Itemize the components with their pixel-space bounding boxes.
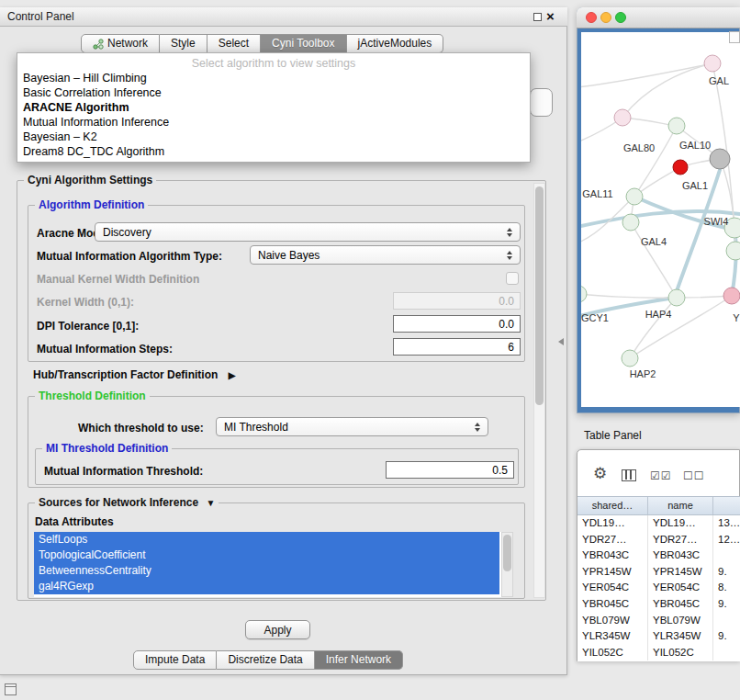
settings-scrollbar[interactable] [533, 183, 545, 598]
tab-network[interactable]: Network [81, 34, 160, 53]
table-row[interactable]: YER054C YER054C 8. [577, 580, 740, 596]
table-row[interactable]: YIL052C YIL052C [577, 645, 740, 661]
node-label[interactable]: GAL80 [623, 142, 655, 153]
node-label[interactable]: HAP2 [630, 368, 656, 379]
attributes-scrollbar[interactable] [501, 532, 513, 597]
cell-shared-name: YER054C [577, 580, 648, 596]
mi-threshold-label: Mutual Information Threshold: [44, 465, 203, 478]
attribute-item-selected[interactable]: BetweennessCentrality [34, 563, 499, 579]
node-label[interactable]: GAL4 [641, 236, 667, 247]
splitter-collapse-icon[interactable] [555, 338, 564, 345]
tab-cyni-toolbox[interactable]: Cyni Toolbox [261, 34, 346, 53]
column-header-partial[interactable] [713, 497, 740, 514]
network-node[interactable] [723, 288, 740, 304]
network-node[interactable] [668, 289, 685, 306]
tab-style[interactable]: Style [160, 34, 207, 53]
tab-select[interactable]: Select [207, 34, 261, 53]
node-label[interactable]: Y [733, 312, 740, 323]
tab-impute-data-label: Impute Data [145, 651, 205, 669]
tab-impute-data[interactable]: Impute Data [133, 650, 217, 670]
threshold-definition-title: Threshold Definition [35, 390, 150, 402]
tab-infer-network[interactable]: Infer Network [315, 650, 403, 670]
mi-threshold-field[interactable]: 0.5 [386, 461, 514, 479]
select-all-icon[interactable]: ☑☑ [650, 469, 672, 483]
node-label[interactable]: GAL [709, 75, 729, 86]
column-header-name[interactable]: name [648, 497, 713, 514]
help-button-fragment[interactable] [530, 88, 553, 117]
which-threshold-select[interactable]: MI Threshold [216, 417, 488, 436]
network-node[interactable] [622, 214, 639, 231]
manual-kernel-checkbox[interactable] [506, 272, 519, 285]
network-node[interactable] [626, 188, 643, 205]
network-node-selected[interactable] [673, 160, 688, 175]
close-icon[interactable]: × [546, 8, 555, 24]
canvas-scrollbar-button[interactable] [729, 31, 740, 43]
network-node[interactable] [622, 350, 638, 367]
scrollbar-thumb[interactable] [535, 186, 544, 405]
tab-cyni-toolbox-label: Cyni Toolbox [272, 35, 334, 52]
dropdown-item-selected[interactable]: ARACNE Algorithm [17, 100, 530, 115]
node-label[interactable]: GAL11 [582, 188, 612, 199]
columns-icon[interactable] [622, 469, 636, 481]
apply-button[interactable]: Apply [245, 620, 310, 639]
deselect-all-icon[interactable]: ☐☐ [683, 469, 705, 483]
dropdown-item[interactable]: Basic Correlation Inference [17, 85, 530, 100]
tab-jactivemodules[interactable]: jActiveModules [347, 34, 444, 53]
attribute-item-selected[interactable]: gal4RGexp [34, 579, 499, 594]
mi-steps-field[interactable]: 6 [393, 338, 521, 356]
attribute-item-selected[interactable]: TopologicalCoefficient [34, 548, 499, 563]
node-label[interactable]: GAL10 [679, 140, 711, 151]
dropdown-item[interactable]: Mutual Information Inference [17, 115, 530, 130]
table-row[interactable]: YBL079W YBL079W [577, 613, 740, 629]
which-threshold-value: MI Threshold [217, 421, 471, 434]
expand-down-icon[interactable]: ▼ [206, 498, 215, 508]
network-node[interactable] [614, 109, 631, 126]
node-label[interactable]: GCY1 [581, 312, 609, 323]
network-node[interactable] [726, 242, 740, 260]
cell-name: YDL19… [648, 515, 713, 532]
table-row[interactable]: YBR043C YBR043C [577, 548, 740, 564]
network-node[interactable] [704, 55, 721, 72]
node-label[interactable]: SWI4 [704, 216, 729, 227]
network-node[interactable] [668, 118, 685, 134]
algorithm-dropdown-popup: Select algorithm to view settings Bayesi… [17, 52, 531, 163]
node-label[interactable]: GAL1 [682, 180, 708, 191]
mi-type-label: Mutual Information Algorithm Type: [37, 250, 222, 263]
tab-discretize-data[interactable]: Discretize Data [217, 650, 314, 670]
collapsed-panel-icon[interactable] [5, 683, 17, 695]
aracne-mode-select[interactable]: Discovery [95, 222, 521, 242]
hub-section-label[interactable]: Hub/Transcription Factor Definition ▶ [33, 368, 235, 381]
cell-value: 9. [713, 596, 740, 613]
column-header-shared-name[interactable]: shared… [577, 497, 648, 514]
collapse-right-icon[interactable]: ▶ [229, 370, 236, 380]
dropdown-item[interactable]: Bayesian – K2 [17, 130, 530, 144]
cell-shared-name: YDR27… [577, 532, 648, 548]
minimize-traffic-light[interactable] [600, 12, 611, 23]
close-traffic-light[interactable] [586, 12, 597, 23]
control-panel-titlebar[interactable] [0, 7, 567, 27]
float-window-icon[interactable] [533, 13, 542, 21]
attribute-item-selected[interactable]: SelfLoops [34, 532, 499, 548]
table-row[interactable]: YPR145W YPR145W 9. [577, 564, 740, 581]
zoom-traffic-light[interactable] [615, 12, 626, 23]
node-label[interactable]: HAP4 [645, 309, 672, 320]
table-row[interactable]: YDL19… YDL19… 13… [577, 515, 740, 532]
tab-network-label: Network [107, 35, 148, 52]
mi-type-select[interactable]: Naive Bayes [250, 245, 521, 265]
dropdown-item[interactable]: Bayesian – Hill Climbing [17, 71, 530, 85]
network-node[interactable] [581, 286, 587, 302]
network-canvas[interactable]: GAL GAL80 GAL10 GAL11 GAL1 SWI4 GAL4 GCY… [581, 32, 740, 407]
scrollbar-thumb[interactable] [503, 535, 511, 571]
dpi-tolerance-field[interactable]: 0.0 [393, 315, 521, 333]
screen: Control Panel × Network Style Select Cyn… [0, 0, 740, 700]
dropdown-item[interactable]: Dream8 DC_TDC Algorithm [17, 144, 530, 159]
sources-group-title[interactable]: Sources for Network Inference ▼ [35, 496, 219, 509]
network-node-hub[interactable] [710, 149, 730, 169]
cell-shared-name: YIL052C [577, 645, 648, 661]
table-row[interactable]: YBR045C YBR045C 9. [577, 596, 740, 613]
cell-name: YER054C [648, 580, 713, 596]
table-row[interactable]: YDR27… YDR27… 12… [577, 532, 740, 548]
sources-title-text: Sources for Network Inference [39, 496, 198, 509]
gear-icon[interactable]: ⚙ [593, 467, 607, 481]
table-row[interactable]: YLR345W YLR345W 9. [577, 628, 740, 645]
